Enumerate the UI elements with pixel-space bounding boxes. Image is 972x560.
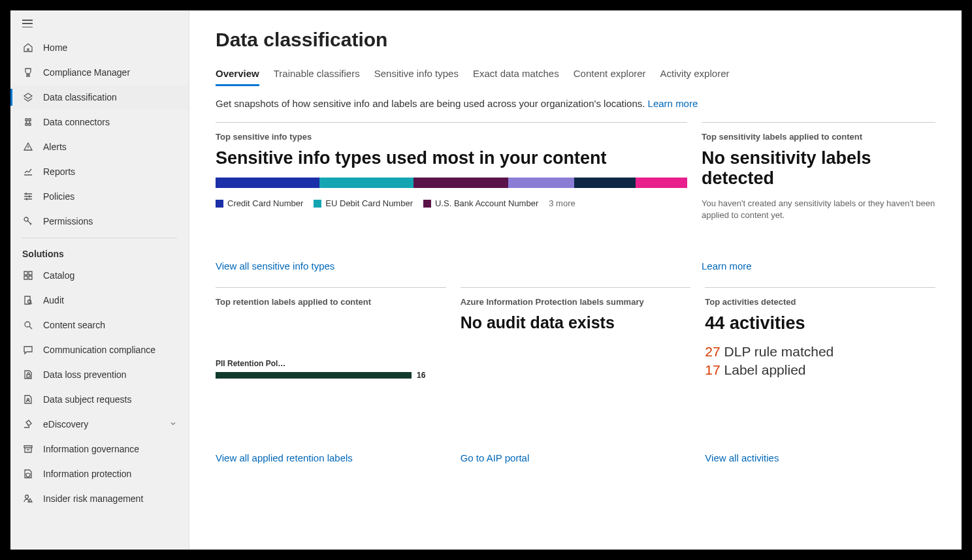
sidebar-item-label: Information governance — [43, 444, 177, 454]
trophy-icon — [22, 67, 34, 78]
person-warning-icon — [22, 493, 34, 505]
view-all-sensitive-info-types-link[interactable]: View all sensitive info types — [216, 221, 687, 272]
sidebar-item-home[interactable]: Home — [10, 35, 189, 60]
sidebar-item-data-connectors[interactable]: Data connectors — [10, 110, 189, 134]
sidebar-item-label: Policies — [43, 191, 177, 202]
card-big-title: Sensitive info types used most in your c… — [216, 148, 687, 168]
chart-legend: Credit Card NumberEU Debit Card NumberU.… — [216, 198, 687, 208]
hamburger-menu-button[interactable] — [10, 16, 189, 35]
activity-label: Label applied — [724, 362, 806, 377]
legend-label: Credit Card Number — [227, 198, 303, 208]
activity-row: 27 DLP rule matched — [705, 344, 935, 360]
warning-icon — [22, 141, 34, 153]
legend-swatch — [216, 200, 223, 208]
card-retention-labels: Top retention labels applied to content … — [216, 287, 446, 463]
sidebar-item-label: Content search — [43, 320, 177, 330]
sidebar-item-label: Alerts — [43, 142, 177, 152]
bar-segment — [508, 178, 574, 188]
sidebar-item-audit[interactable]: Audit — [10, 288, 189, 313]
go-to-aip-portal-link[interactable]: Go to AIP portal — [461, 413, 691, 463]
bar-segment — [574, 178, 636, 188]
svg-point-2 — [25, 322, 30, 327]
legend-item[interactable]: EU Debit Card Number — [314, 198, 413, 208]
cards-row-bottom: Top retention labels applied to content … — [216, 287, 935, 463]
legend-label: U.S. Bank Account Number — [435, 198, 538, 208]
sidebar-item-information-protection[interactable]: Information protection — [10, 461, 189, 486]
tab-trainable-classifiers[interactable]: Trainable classifiers — [274, 68, 360, 86]
legend-swatch — [314, 200, 321, 208]
card-body-text: You haven't created any sensitivity labe… — [702, 198, 935, 221]
sidebar-item-data-subject-requests[interactable]: Data subject requests — [10, 387, 189, 412]
chat-icon — [22, 344, 34, 356]
sensitive-info-stacked-bar — [216, 178, 687, 188]
sidebar-item-label: Compliance Manager — [43, 67, 177, 78]
sidebar-item-label: Permissions — [43, 216, 177, 226]
page-title: Data classification — [216, 29, 935, 51]
learn-more-sensitivity-link[interactable]: Learn more — [702, 221, 935, 272]
bar-segment — [636, 178, 687, 188]
activity-count: 27 — [705, 344, 720, 359]
sidebar-item-data-classification[interactable]: Data classification — [10, 85, 189, 110]
bar-segment — [319, 178, 413, 188]
sidebar-item-communication-compliance[interactable]: Communication compliance — [10, 337, 189, 362]
hamburger-icon — [22, 20, 33, 27]
legend-more-link[interactable]: 3 more — [549, 198, 575, 208]
main-content: Data classification Overview Trainable c… — [189, 10, 962, 550]
sidebar-item-reports[interactable]: Reports — [10, 159, 189, 184]
tab-sensitive-info-types[interactable]: Sensitive info types — [374, 68, 459, 86]
file-person-icon — [22, 394, 34, 405]
card-sensitive-info-types: Top sensitive info types Sensitive info … — [216, 122, 687, 272]
gavel-icon — [22, 418, 34, 430]
search-icon — [22, 319, 34, 331]
sidebar-item-policies[interactable]: Policies — [10, 184, 189, 209]
learn-more-link[interactable]: Learn more — [648, 98, 698, 109]
svg-point-1 — [28, 300, 31, 303]
app-window: Home Compliance Manager Data classificat… — [10, 10, 962, 550]
sidebar-item-label: Data subject requests — [43, 394, 177, 405]
activity-label: DLP rule matched — [724, 344, 834, 359]
sidebar-item-label: Catalog — [43, 270, 177, 281]
document-search-icon — [22, 294, 34, 306]
card-sensitivity-labels: Top sensitivity labels applied to conten… — [702, 122, 935, 272]
connector-icon — [22, 116, 34, 128]
sidebar-item-label: Data loss prevention — [43, 369, 177, 380]
activity-count: 17 — [705, 362, 720, 377]
card-small-title: Top activities detected — [705, 297, 935, 307]
view-all-activities-link[interactable]: View all activities — [705, 413, 935, 463]
sidebar-item-data-loss-prevention[interactable]: Data loss prevention — [10, 362, 189, 387]
sidebar-item-label: Information protection — [43, 469, 177, 479]
divider — [22, 238, 177, 238]
tab-content-explorer[interactable]: Content explorer — [574, 68, 646, 86]
card-small-title: Top sensitivity labels applied to conten… — [702, 132, 935, 142]
legend-item[interactable]: U.S. Bank Account Number — [423, 198, 538, 208]
bar-segment — [413, 178, 508, 188]
tab-activity-explorer[interactable]: Activity explorer — [660, 68, 730, 86]
sidebar-item-ediscovery[interactable]: eDiscovery — [10, 412, 189, 437]
sidebar-item-catalog[interactable]: Catalog — [10, 263, 189, 288]
legend-swatch — [423, 200, 431, 208]
sidebar-item-compliance-manager[interactable]: Compliance Manager — [10, 60, 189, 85]
sidebar-item-insider-risk-management[interactable]: Insider risk management — [10, 486, 189, 511]
sidebar-item-label: eDiscovery — [43, 419, 169, 429]
card-small-title: Top sensitive info types — [216, 132, 687, 142]
sliders-icon — [22, 191, 34, 202]
sidebar-item-label: Reports — [43, 166, 177, 177]
card-small-title: Top retention labels applied to content — [216, 297, 446, 307]
card-small-title: Azure Information Protection labels summ… — [461, 297, 691, 307]
sidebar-item-content-search[interactable]: Content search — [10, 313, 189, 337]
card-top-activities: Top activities detected 44 activities 27… — [705, 287, 935, 463]
sidebar-item-label: Communication compliance — [43, 345, 177, 355]
tab-exact-data-matches[interactable]: Exact data matches — [473, 68, 559, 86]
tab-overview[interactable]: Overview — [216, 68, 259, 86]
sidebar-item-alerts[interactable]: Alerts — [10, 134, 189, 159]
card-big-title: No audit data exists — [461, 313, 691, 332]
view-all-retention-labels-link[interactable]: View all applied retention labels — [216, 426, 446, 463]
legend-item[interactable]: Credit Card Number — [216, 198, 303, 208]
sidebar-item-label: Insider risk management — [43, 493, 177, 504]
retention-bar-label: PII Retention Pol… — [216, 359, 446, 368]
grid-icon — [22, 270, 34, 281]
sidebar-item-permissions[interactable]: Permissions — [10, 209, 189, 234]
card-big-title: No sensitivity labels detected — [702, 148, 935, 189]
svg-rect-3 — [27, 375, 30, 377]
sidebar-item-information-governance[interactable]: Information governance — [10, 437, 189, 461]
